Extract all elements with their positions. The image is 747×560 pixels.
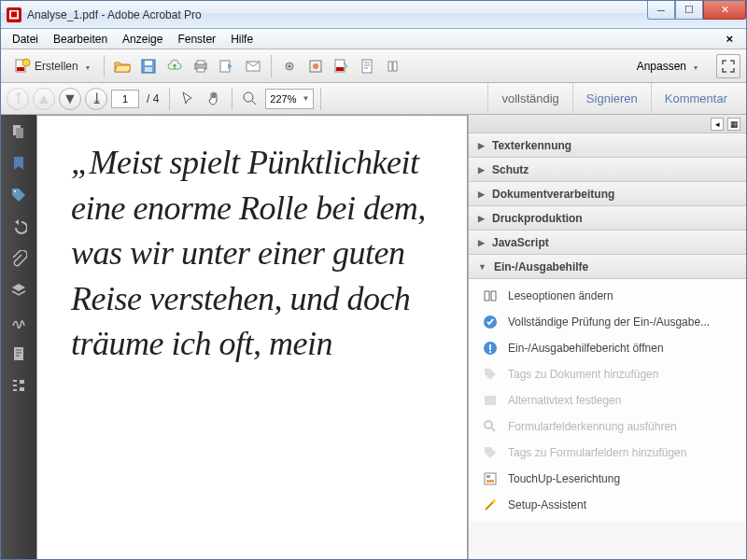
menu-edit[interactable]: Bearbeiten [46, 31, 115, 48]
book-icon [482, 287, 499, 304]
item-add-tags-form[interactable]: Tags zu Formularfeldern hinzufügen [469, 440, 746, 466]
cloud-button[interactable] [163, 55, 186, 77]
item-full-check[interactable]: Vollständige Prüfung der Ein-/Ausgabe... [469, 309, 746, 335]
tools-panel: ◂ ▦ ▶Texterkennung ▶Schutz ▶Dokumentvera… [468, 115, 746, 560]
maximize-button[interactable]: ☐ [675, 1, 703, 20]
tab-sign[interactable]: Signieren [572, 83, 651, 114]
section-print-production[interactable]: ▶Druckproduktion [469, 206, 746, 231]
report-icon [482, 340, 499, 357]
hand-tool-button[interactable] [203, 88, 225, 110]
folder-open-icon [114, 58, 131, 75]
svg-rect-1 [17, 67, 24, 71]
svg-point-14 [313, 63, 318, 69]
item-open-report[interactable]: Ein-/Ausgabehilfebericht öffnen [469, 335, 746, 361]
share-button[interactable] [216, 55, 238, 77]
section-javascript[interactable]: ▶JavaScript [469, 231, 746, 255]
save-button[interactable] [137, 55, 160, 77]
svg-rect-31 [485, 473, 496, 484]
tool-button-4[interactable] [357, 55, 379, 77]
panel-collapse-button[interactable]: ◂ [711, 118, 724, 131]
close-button[interactable]: ✕ [703, 1, 746, 20]
app-icon [7, 7, 21, 22]
tool-button-1[interactable] [278, 55, 301, 77]
nav-toolbar: ⤒ ▲ ▼ ⤓ / 4 227%▼ vollständig Signieren … [1, 83, 746, 115]
first-page-button[interactable]: ⤒ [7, 88, 29, 110]
page-icon[interactable] [9, 344, 28, 363]
svg-point-2 [22, 59, 30, 66]
section-protection[interactable]: ▶Schutz [469, 158, 746, 182]
open-button[interactable] [111, 55, 134, 77]
tab-full[interactable]: vollständig [487, 83, 571, 114]
tool-button-3[interactable] [331, 55, 353, 77]
page-input[interactable] [111, 90, 139, 108]
tab-comment[interactable]: Kommentar [651, 83, 740, 114]
tag-icon[interactable] [9, 186, 28, 204]
pointer-tool-button[interactable] [176, 88, 199, 110]
minimize-button[interactable]: ─ [647, 1, 675, 20]
svg-point-20 [244, 92, 253, 102]
hand-icon [205, 91, 222, 107]
item-setup-wizard[interactable]: Setup-Assistent [469, 492, 746, 518]
print-button[interactable] [190, 55, 212, 77]
cloud-upload-icon [166, 58, 183, 75]
item-reading-options[interactable]: Leseoptionen ändern [469, 283, 746, 309]
customize-button[interactable]: Anpassen [627, 60, 707, 73]
gear-icon [281, 58, 298, 75]
section-text-recognition[interactable]: ▶Texterkennung [469, 133, 746, 158]
item-touchup-reading[interactable]: TouchUp-Leserichtung [469, 466, 746, 492]
bookmark-icon[interactable] [9, 154, 28, 173]
item-alt-text[interactable]: Alternativtext festlegen [469, 387, 746, 413]
zoom-select[interactable]: 227%▼ [265, 89, 314, 109]
tag-add-icon [482, 366, 499, 383]
email-button[interactable] [242, 55, 264, 77]
last-page-button[interactable]: ⤓ [85, 88, 107, 110]
svg-rect-19 [393, 62, 397, 71]
doc-close-button[interactable]: × [718, 30, 740, 48]
tag-form-icon [482, 444, 499, 461]
tool-button-5[interactable] [383, 55, 405, 77]
titlebar: Analyse_1.pdf - Adobe Acrobat Pro ─ ☐ ✕ [1, 1, 746, 29]
menu-view[interactable]: Anzeige [115, 31, 170, 48]
touchup-icon [482, 470, 499, 487]
save-icon [140, 58, 157, 75]
create-pdf-icon [14, 58, 31, 75]
item-add-tags-doc[interactable]: Tags zu Dokument hinzufügen [469, 361, 746, 387]
prev-page-button[interactable]: ▲ [33, 88, 55, 110]
convert-icon [333, 58, 350, 75]
menu-file[interactable]: Datei [5, 31, 46, 48]
svg-rect-17 [362, 60, 372, 73]
order-icon[interactable] [9, 376, 28, 395]
thumbnails-icon[interactable] [9, 122, 28, 141]
envelope-icon [245, 58, 261, 75]
signature-icon[interactable] [9, 313, 28, 331]
left-sidebar [1, 115, 36, 560]
menu-help[interactable]: Hilfe [223, 31, 261, 48]
svg-rect-28 [489, 351, 491, 353]
section-accessibility[interactable]: ▼Ein-/Ausgabehilfe [469, 255, 746, 279]
page-total: / 4 [143, 92, 162, 105]
attachment-icon[interactable] [9, 249, 28, 268]
menu-window[interactable]: Fenster [170, 31, 223, 48]
svg-point-30 [485, 421, 492, 428]
panel-menu-button[interactable]: ▦ [727, 118, 740, 131]
layers-icon[interactable] [9, 281, 28, 300]
svg-point-23 [14, 190, 16, 192]
svg-rect-24 [14, 347, 23, 360]
tool-icon [307, 58, 324, 75]
section-doc-processing[interactable]: ▶Dokumentverarbeitung [469, 182, 746, 206]
tool-button-2[interactable] [304, 55, 327, 77]
next-page-button[interactable]: ▼ [59, 88, 81, 110]
dropdown-arrow-icon [82, 60, 90, 73]
svg-rect-5 [145, 67, 152, 72]
item-form-detect[interactable]: Formularfelderkennung ausführen [469, 413, 746, 440]
fullscreen-button[interactable] [716, 54, 740, 78]
zoom-tool-button[interactable] [239, 88, 261, 110]
undo-icon[interactable] [9, 217, 28, 236]
magnifier-icon [242, 91, 259, 107]
expand-icon [722, 60, 735, 73]
create-button[interactable]: Erstellen [7, 55, 97, 77]
document-view[interactable]: „Meist spielt Pünktlichkeit eine enorme … [36, 115, 468, 560]
alttext-icon [482, 392, 499, 409]
document-text: „Meist spielt Pünktlichkeit eine enorme … [71, 140, 458, 367]
svg-rect-8 [197, 68, 204, 72]
